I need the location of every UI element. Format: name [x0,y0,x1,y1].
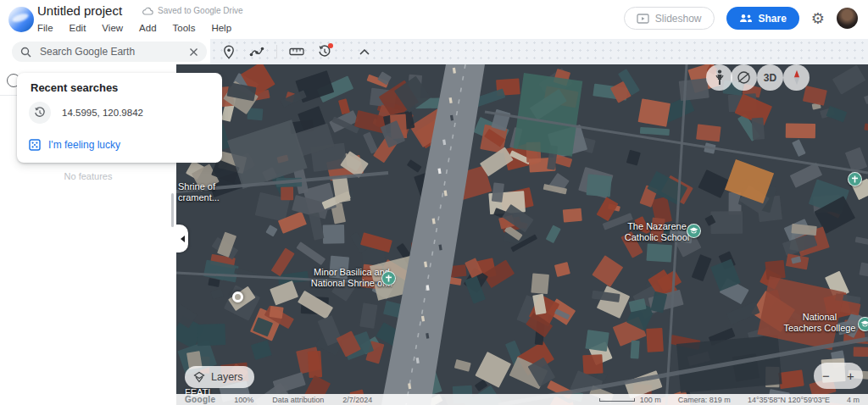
draw-path-button[interactable] [247,42,267,62]
google-logo: Google [185,395,215,404]
measure-button[interactable] [287,42,307,62]
compass-button[interactable] [783,64,810,91]
slideshow-button[interactable]: Slideshow [624,7,715,30]
zoom-in-button[interactable]: + [842,369,860,383]
layers-button[interactable]: Layers [185,366,254,388]
map-label-shrine-of-sacrament: Shrine ofcrament... [178,181,220,202]
menu-add[interactable]: Add [139,23,156,33]
historical-imagery-button[interactable] [314,42,335,62]
placemark-pin-icon [223,45,235,59]
status-bar: Google 100% Data attribution 2/7/2024 10… [176,394,868,405]
toggle-3d-button[interactable]: 3D [757,64,783,91]
ruler-icon [289,47,304,56]
pegman-streetview-button[interactable] [706,64,732,91]
profile-avatar[interactable] [837,8,858,29]
scale-bar [599,398,635,402]
collapse-panel-button[interactable] [176,225,188,252]
slideshow-label: Slideshow [655,13,702,25]
toolbar-separator [276,45,277,58]
school-poi-nazarene-icon[interactable] [687,224,701,238]
share-label: Share [759,13,787,25]
menu-edit[interactable]: Edit [70,23,86,33]
poi-teachers-college-icon[interactable] [858,317,868,331]
search-input[interactable]: Search Google Earth [12,42,207,62]
chevron-left-icon [181,236,185,242]
map-label-nazarene-school: The NazareneCatholic School [625,221,689,242]
project-title[interactable]: Untitled project [37,3,122,18]
share-button[interactable]: Share [726,7,799,30]
header: Untitled project Saved to Google Drive F… [0,0,868,39]
3d-label: 3D [764,72,776,84]
panel-scrollbar[interactable] [171,193,174,227]
church-poi-top-right-icon[interactable] [848,172,862,186]
search-placeholder: Search Google Earth [40,46,181,58]
layers-diamond-icon [193,371,205,383]
recent-searches-dropdown: Recent searches 14.5995, 120.9842 I'm fe… [17,73,222,163]
map-label-national-teachers-college: NationalTeachers College [784,312,856,333]
camera-altitude: Camera: 819 m [678,396,731,404]
menu-bar: FileEditViewAddToolsHelp [37,23,231,33]
zoom-out-button[interactable]: − [817,369,836,383]
layers-label: Layers [211,371,243,383]
map-scale: 100 m [599,396,661,404]
saved-status: Saved to Google Drive [142,6,243,15]
camera-coordinates: 14°35'58"N 120°59'03"E [748,396,830,404]
data-attribution-link[interactable]: Data attribution [272,396,324,404]
collapse-toolbar-button[interactable] [354,42,375,62]
feeling-lucky-label: I'm feeling lucky [48,139,120,151]
path-polyline-icon [249,46,264,58]
imagery-date: 2/7/2024 [342,396,372,404]
recent-searches-title: Recent searches [31,81,118,94]
settings-gear-icon[interactable]: ⚙ [811,8,825,29]
menu-tools[interactable]: Tools [173,23,196,33]
scale-label: 100 m [640,396,661,404]
chevron-up-icon [359,49,370,55]
panel-divider [0,95,19,96]
slideshow-icon [637,14,649,24]
recent-search-text: 14.5995, 120.9842 [62,108,143,118]
recent-search-item[interactable]: 14.5995, 120.9842 [17,98,222,127]
notification-dot [328,43,333,48]
search-toolbar: Search Google Earth [0,39,868,64]
search-icon [20,47,31,58]
ground-elevation: 4 m [847,396,860,404]
feeling-lucky-button[interactable]: I'm feeling lucky [29,139,120,151]
zoom-control: − + [814,363,863,389]
menu-view[interactable]: View [102,23,123,33]
recent-searches-list: 14.5995, 120.9842 [17,98,222,127]
add-placemark-button[interactable] [219,42,239,62]
clear-search-icon[interactable] [189,47,198,57]
orbit-button[interactable] [731,64,757,91]
empty-features-label: No features [0,171,176,181]
map-viewport[interactable]: Shrine ofcrament...Minor Basilica andNat… [176,64,868,405]
history-icon [29,102,51,124]
orbit-slash-icon [737,70,751,85]
dice-icon [29,139,41,151]
cloud-done-icon [142,7,153,15]
menu-help[interactable]: Help [211,23,231,33]
map-label-minor-basilica: Minor Basilica andNational Shrine of... [311,267,393,288]
menu-file[interactable]: File [37,23,53,33]
search-result-marker[interactable] [232,291,243,302]
satellite-imagery [176,64,868,405]
google-earth-logo-icon[interactable] [8,7,34,32]
church-poi-basilica-icon[interactable] [381,271,396,286]
compass-needle-icon [792,69,802,86]
saved-status-label: Saved to Google Drive [158,6,243,15]
imagery-zoom-percent: 100% [234,396,253,404]
pegman-icon [715,69,724,86]
google-earth-app: Untitled project Saved to Google Drive F… [0,0,868,405]
share-people-icon [739,14,753,23]
